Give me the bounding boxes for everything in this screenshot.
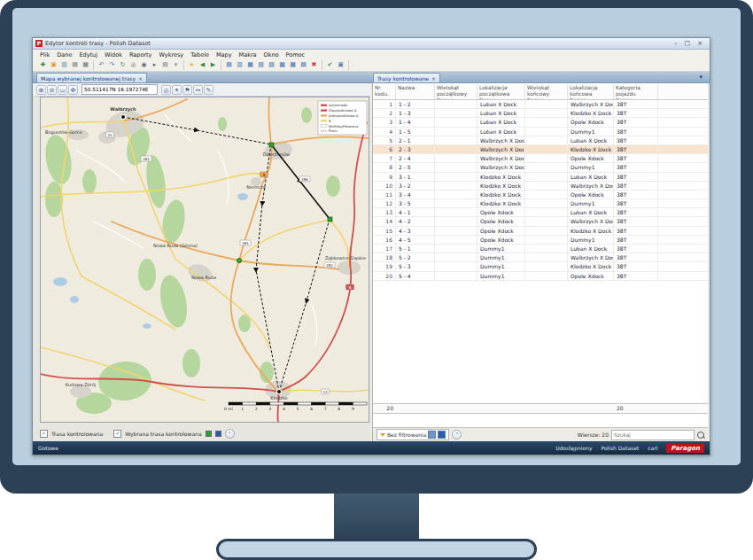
locate-icon[interactable]: ◎: [161, 85, 171, 95]
menu-item-pomoc[interactable]: Pomoc: [283, 51, 309, 58]
table-row[interactable]: 205 - 4Dummy1Opole Xdock38T: [373, 272, 708, 281]
close-button[interactable]: ×: [697, 40, 703, 47]
menu-item-plik[interactable]: Plik: [36, 51, 53, 58]
table-row[interactable]: 41 - 5Luban X DockDummy138T: [373, 128, 708, 136]
table-row[interactable]: 52 - 1Walbrzych X DockLuban X Dock38T: [373, 136, 708, 145]
menu-item-wykresy[interactable]: Wykresy: [155, 51, 187, 58]
selected-route-color-swatch[interactable]: [215, 431, 221, 437]
search-input[interactable]: [611, 430, 695, 440]
table-row[interactable]: 185 - 2Dummy1Walbrzych X Dock38T: [373, 253, 708, 262]
save-icon[interactable]: ▥: [59, 60, 69, 70]
column-header-2[interactable]: Nazwa: [396, 84, 435, 99]
flag-icon[interactable]: ⚑: [182, 85, 192, 95]
menu-item-edytuj[interactable]: Edytuj: [75, 51, 101, 58]
table-row[interactable]: 31 - 4Luban X DockOpole Xdock38T: [373, 118, 708, 127]
settings-icon[interactable]: ▣: [336, 60, 345, 70]
column-header-7[interactable]: Kategoria pojazduNazwa: [614, 84, 658, 99]
minimize-button[interactable]: –: [674, 40, 678, 47]
menu-item-widok[interactable]: Widok: [101, 51, 126, 58]
draw-pencil-icon[interactable]: ✎: [204, 85, 213, 95]
more-options-icon[interactable]: ▾: [171, 60, 181, 70]
coordinate-input[interactable]: [82, 84, 158, 95]
zoom-out-icon[interactable]: ⊖: [47, 85, 57, 95]
column-header-4[interactable]: Lokalizacja początkowaNazwa: [477, 84, 525, 99]
table-row[interactable]: 93 - 1Klodzko X DockLuban X Dock38T: [373, 173, 708, 182]
find-next-icon[interactable]: ▸: [150, 60, 159, 70]
chevron-down-icon[interactable]: ▾: [699, 74, 703, 81]
print-preview-icon[interactable]: ▦: [81, 60, 90, 70]
column-header-1[interactable]: Nr kodu.: [373, 84, 396, 99]
menu-item-dane[interactable]: Dane: [53, 51, 75, 58]
menu-bar: PlikDaneEdytujWidokRaportyWykresyTabeleM…: [33, 50, 710, 59]
tab-table[interactable]: Trasy kontrolowane ×: [373, 73, 440, 82]
compass-star-icon[interactable]: ✶: [172, 85, 182, 95]
table-row[interactable]: 123 - 5Klodzko X DockDummy138T: [373, 199, 708, 208]
table-row[interactable]: 113 - 4Klodzko X DockOpole Xdock38T: [373, 191, 708, 199]
find-icon[interactable]: ◎: [128, 60, 138, 70]
table-row[interactable]: 134 - 1Opole XdockLuban X Dock38T: [373, 208, 708, 217]
collapse-button[interactable]: ^: [452, 430, 462, 439]
table-row[interactable]: 175 - 1Dummy1Luban X Dock38T: [373, 245, 708, 253]
table-header-row: Nr kodu.NazwaWielokąt początkowyNazwaLok…: [373, 84, 708, 100]
apply-check-icon[interactable]: ✔: [325, 60, 335, 70]
undo-icon[interactable]: ↶: [97, 60, 106, 70]
pan-icon[interactable]: ✜: [68, 85, 78, 95]
table-row[interactable]: 11 - 2Luban X DockWalbrzych X Dock38T: [373, 100, 708, 109]
column-header-8[interactable]: [658, 84, 709, 99]
table-row[interactable]: 103 - 2Klodzko X DockWalbrzych X Dock38T: [373, 182, 708, 191]
measure-icon[interactable]: ↔: [193, 85, 203, 95]
title-bar[interactable]: P Edytor kontroli trasy - Polish Dataset…: [33, 38, 710, 50]
checkbox-trasa-kontrolowana[interactable]: ✓: [40, 430, 48, 438]
table-view-2-icon[interactable]: ▥: [235, 60, 245, 70]
nav-back-icon[interactable]: ◀: [198, 60, 207, 70]
table-row[interactable]: 62 - 3Walbrzych X DockKlodzko X Dock38T: [373, 145, 708, 154]
table-view-8-icon[interactable]: ▤: [299, 60, 308, 70]
table-row[interactable]: 195 - 3Dummy1Klodzko X Dock38T: [373, 262, 708, 271]
table-view-5-icon[interactable]: ▨: [267, 60, 276, 70]
tab-map[interactable]: Mapa wybranej kontrolowanej trasy ×: [36, 73, 147, 82]
refresh-icon[interactable]: ↻: [118, 60, 128, 70]
route-color-swatch[interactable]: [206, 431, 212, 437]
table-row[interactable]: 144 - 2Opole XdockWalbrzych X Dock38T: [373, 217, 708, 226]
collapse-button[interactable]: ^: [225, 429, 235, 439]
column-header-6[interactable]: Lokalizacja końcowaNazwa: [568, 84, 614, 99]
search-icon[interactable]: [697, 432, 704, 439]
close-icon[interactable]: ×: [138, 75, 143, 82]
filter-dropdown[interactable]: Bez filtrowania: [376, 429, 449, 440]
layers-icon[interactable]: ▤: [160, 60, 170, 70]
filter-apply-button[interactable]: [438, 431, 446, 439]
close-icon[interactable]: ×: [431, 75, 436, 82]
table-view-4-icon[interactable]: ▧: [256, 60, 266, 70]
maximize-button[interactable]: □: [685, 40, 691, 47]
column-header-5[interactable]: Wielokąt końcowyNazwa: [525, 84, 568, 99]
redo-icon[interactable]: ↷: [107, 60, 117, 70]
menu-item-tabele[interactable]: Tabele: [187, 51, 213, 58]
table-row[interactable]: 72 - 4Walbrzych X DockOpole Xdock38T: [373, 154, 708, 163]
delete-icon[interactable]: ✖: [309, 60, 319, 70]
table-row[interactable]: 82 - 5Walbrzych X DockDummy138T: [373, 163, 708, 172]
table-view-3-icon[interactable]: ▦: [245, 60, 255, 70]
zoom-window-icon[interactable]: ▭: [58, 85, 67, 95]
filter-edit-button[interactable]: [428, 431, 436, 439]
nav-forward-icon[interactable]: ▶: [208, 60, 218, 70]
table-row[interactable]: 154 - 3Opole XdockKlodzko X Dock38T: [373, 227, 708, 236]
map-canvas[interactable]: WałbrzychBoguszów-GorceDzierżoniówNiemcz…: [40, 97, 369, 423]
table-view-6-icon[interactable]: ▩: [277, 60, 287, 70]
zoom-in-icon[interactable]: ⊕: [36, 85, 46, 95]
favorites-star-icon[interactable]: ★: [187, 60, 197, 70]
menu-item-mapy[interactable]: Mapy: [213, 51, 236, 58]
new-icon[interactable]: ✚: [38, 60, 48, 70]
table-view-1-icon[interactable]: ▤: [224, 60, 234, 70]
checkbox-wybrana-trasa[interactable]: ✓: [113, 430, 121, 438]
table-cell: [658, 109, 709, 117]
menu-item-makra[interactable]: Makra: [236, 51, 260, 58]
column-header-3[interactable]: Wielokąt początkowyNazwa: [435, 84, 477, 99]
print-icon[interactable]: ▤: [70, 60, 80, 70]
open-folder-icon[interactable]: ▣: [49, 60, 58, 70]
table-row[interactable]: 21 - 3Luban X DockKlodzko X Dock38T: [373, 109, 708, 118]
table-row[interactable]: 164 - 5Opole XdockDummy138T: [373, 236, 708, 245]
menu-item-raporty[interactable]: Raporty: [126, 51, 156, 58]
table-view-7-icon[interactable]: ▦: [288, 60, 298, 70]
binoculars-icon[interactable]: ◉: [139, 60, 149, 70]
menu-item-okno[interactable]: Okno: [260, 51, 283, 58]
